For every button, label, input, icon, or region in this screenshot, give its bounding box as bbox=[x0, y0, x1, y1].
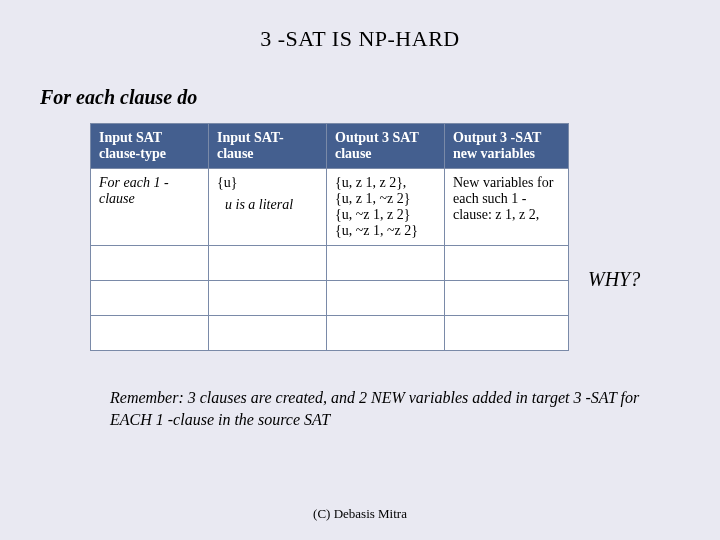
empty-cell bbox=[327, 281, 445, 316]
table-row bbox=[91, 281, 569, 316]
empty-cell bbox=[91, 316, 209, 351]
slide: 3 -SAT IS NP-HARD For each clause do Inp… bbox=[0, 0, 720, 540]
empty-cell bbox=[209, 246, 327, 281]
why-annotation: WHY? bbox=[588, 268, 640, 291]
table-row bbox=[91, 246, 569, 281]
page-title: 3 -SAT IS NP-HARD bbox=[0, 0, 720, 52]
clause-table: Input SAT clause-type Input SAT-clause O… bbox=[90, 123, 569, 351]
cell-output-clause: {u, z 1, z 2}, {u, z 1, ~z 2} {u, ~z 1, … bbox=[327, 169, 445, 246]
table-header-row: Input SAT clause-type Input SAT-clause O… bbox=[91, 124, 569, 169]
cell-input-clause-main: {u} bbox=[217, 175, 237, 190]
header-input-type: Input SAT clause-type bbox=[91, 124, 209, 169]
cell-output-vars: New variables for each such 1 -clause: z… bbox=[445, 169, 569, 246]
cell-input-clause: {u} u is a literal bbox=[209, 169, 327, 246]
cell-input-clause-note: u is a literal bbox=[225, 197, 318, 213]
header-output-vars: Output 3 -SAT new variables bbox=[445, 124, 569, 169]
empty-cell bbox=[209, 281, 327, 316]
section-subtitle: For each clause do bbox=[40, 86, 720, 109]
copyright-footer: (C) Debasis Mitra bbox=[0, 506, 720, 522]
empty-cell bbox=[327, 316, 445, 351]
cell-clause-type: For each 1 -clause bbox=[91, 169, 209, 246]
empty-cell bbox=[445, 281, 569, 316]
empty-cell bbox=[209, 316, 327, 351]
table-row: For each 1 -clause {u} u is a literal {u… bbox=[91, 169, 569, 246]
clause-table-wrap: Input SAT clause-type Input SAT-clause O… bbox=[90, 123, 568, 351]
table-row bbox=[91, 316, 569, 351]
header-output-clause: Output 3 SAT clause bbox=[327, 124, 445, 169]
empty-cell bbox=[445, 316, 569, 351]
header-input-clause: Input SAT-clause bbox=[209, 124, 327, 169]
empty-cell bbox=[445, 246, 569, 281]
remember-note: Remember: 3 clauses are created, and 2 N… bbox=[110, 387, 660, 430]
empty-cell bbox=[91, 281, 209, 316]
empty-cell bbox=[91, 246, 209, 281]
empty-cell bbox=[327, 246, 445, 281]
